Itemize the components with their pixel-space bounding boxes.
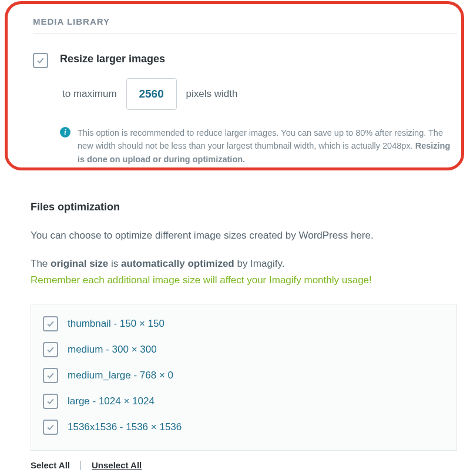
files-opt-title: Files optimization (31, 201, 457, 213)
size-checkbox[interactable] (43, 394, 58, 409)
size-checkbox[interactable] (43, 316, 58, 331)
size-item[interactable]: medium - 300 × 300 (43, 342, 445, 357)
size-item[interactable]: large - 1024 × 1024 (43, 394, 445, 409)
info-row: i This option is recommended to reduce l… (60, 126, 457, 166)
unselect-all-link[interactable]: Unselect All (92, 460, 142, 470)
check-icon (36, 56, 45, 65)
files-opt-line2: The original size is automatically optim… (31, 256, 457, 271)
size-label: large - 1024 × 1024 (68, 395, 155, 407)
check-icon (46, 345, 55, 354)
divider (33, 33, 457, 34)
resize-option: Resize larger images to maximum pixels w… (33, 53, 457, 166)
size-label: medium - 300 × 300 (68, 344, 157, 356)
size-item[interactable]: medium_large - 768 × 0 (43, 368, 445, 383)
select-all-link[interactable]: Select All (31, 460, 70, 470)
size-label: 1536x1536 - 1536 × 1536 (68, 421, 182, 433)
resize-title: Resize larger images (60, 53, 457, 65)
size-checkbox[interactable] (43, 368, 58, 383)
check-icon (46, 397, 55, 406)
section-heading: MEDIA LIBRARY (33, 16, 457, 26)
max-width-input[interactable] (126, 78, 177, 110)
size-item[interactable]: thumbnail - 150 × 150 (43, 316, 445, 331)
size-checkbox[interactable] (43, 420, 58, 435)
max-width-row: to maximum pixels width (62, 78, 457, 110)
usage-warning: Remember each additional image size will… (31, 273, 457, 288)
size-label: medium_large - 768 × 0 (68, 370, 173, 381)
to-maximum-label: to maximum (62, 88, 117, 100)
check-icon (46, 423, 55, 432)
check-icon (46, 371, 55, 380)
size-item[interactable]: 1536x1536 - 1536 × 1536 (43, 420, 445, 435)
size-label: thumbnail - 150 × 150 (68, 318, 164, 330)
resize-checkbox[interactable] (33, 53, 48, 68)
info-icon: i (60, 127, 70, 138)
actions-divider (80, 461, 81, 470)
files-optimization-section: Files optimization You can choose to opt… (31, 201, 457, 470)
info-text: This option is recommended to reduce lar… (78, 126, 457, 166)
select-actions: Select All Unselect All (31, 460, 457, 470)
settings-panel: MEDIA LIBRARY Resize larger images to ma… (0, 0, 470, 470)
check-icon (46, 319, 55, 328)
sizes-list: thumbnail - 150 × 150medium - 300 × 300m… (31, 304, 457, 451)
resize-body: Resize larger images to maximum pixels w… (60, 53, 457, 166)
pixels-width-label: pixels width (186, 88, 238, 100)
size-checkbox[interactable] (43, 342, 58, 357)
files-opt-desc: You can choose to optimize different ima… (31, 227, 457, 243)
